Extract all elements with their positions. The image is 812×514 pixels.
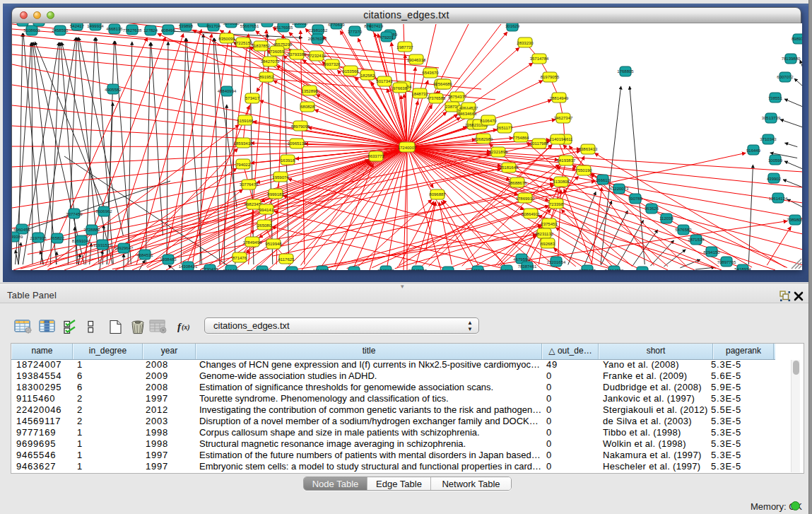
svg-text:8106470: 8106470	[480, 119, 497, 123]
svg-text:60864911: 60864911	[522, 212, 541, 216]
svg-text:5476583: 5476583	[675, 228, 692, 232]
svg-text:163918: 163918	[281, 158, 295, 163]
svg-text:14308421: 14308421	[179, 264, 198, 269]
svg-text:85345555: 85345555	[408, 269, 428, 270]
svg-text:1987737: 1987737	[396, 45, 413, 49]
svg-text:680828: 680828	[300, 105, 315, 109]
svg-text:7754864: 7754864	[512, 136, 529, 140]
svg-text:81979055: 81979055	[541, 75, 560, 79]
svg-text:736059: 736059	[270, 49, 285, 54]
svg-text:17240007: 17240007	[398, 146, 417, 150]
svg-text:63100814: 63100814	[313, 269, 332, 270]
svg-text:7089806: 7089806	[787, 218, 802, 222]
svg-text:2140194: 2140194	[549, 137, 566, 141]
svg-text:22201654: 22201654	[547, 260, 566, 264]
svg-text:6007072: 6007072	[777, 75, 794, 79]
svg-text:363626: 363626	[645, 206, 659, 211]
svg-text:3678638: 3678638	[223, 23, 240, 25]
svg-text:127824: 127824	[143, 28, 158, 33]
svg-text:5418934: 5418934	[734, 267, 751, 270]
svg-text:2564689: 2564689	[435, 82, 452, 86]
svg-text:7550190: 7550190	[575, 168, 592, 173]
svg-text:61220073: 61220073	[610, 187, 629, 191]
svg-text:549245: 549245	[471, 269, 486, 270]
svg-text:542417: 542417	[70, 24, 85, 28]
svg-text:5159166: 5159166	[237, 119, 254, 123]
svg-text:976638: 976638	[393, 86, 408, 90]
svg-text:738551: 738551	[768, 96, 783, 100]
svg-text:8350099: 8350099	[218, 37, 235, 41]
svg-text:891952: 891952	[259, 75, 274, 79]
svg-text:8633773: 8633773	[367, 154, 384, 158]
svg-text:2197935: 2197935	[30, 236, 47, 240]
svg-text:1959074: 1959074	[272, 175, 289, 180]
svg-text:308496: 308496	[161, 28, 176, 33]
svg-text:8096887: 8096887	[429, 192, 446, 197]
svg-text:407419: 407419	[369, 24, 384, 28]
svg-text:9937326: 9937326	[324, 62, 341, 66]
svg-text:1938483: 1938483	[160, 257, 177, 262]
svg-text:19046318: 19046318	[407, 58, 426, 62]
svg-text:30776478: 30776478	[240, 182, 259, 187]
svg-text:60929647: 60929647	[114, 246, 134, 250]
svg-text:692683: 692683	[541, 242, 555, 246]
svg-text:10965138: 10965138	[288, 141, 307, 146]
svg-text:83793389: 83793389	[288, 52, 307, 57]
svg-text:17869910: 17869910	[516, 197, 535, 201]
svg-text:35714784: 35714784	[530, 57, 549, 61]
svg-text:2458591: 2458591	[52, 28, 69, 33]
svg-text:4684531: 4684531	[136, 253, 153, 257]
svg-text:48840994: 48840994	[218, 89, 237, 93]
svg-text:994141: 994141	[259, 208, 274, 212]
svg-text:8999183: 8999183	[267, 192, 284, 197]
svg-text:4905582: 4905582	[105, 88, 122, 92]
svg-text:8606962: 8606962	[95, 209, 112, 214]
svg-text:3608513: 3608513	[259, 23, 276, 24]
svg-text:765822: 765822	[50, 236, 65, 240]
svg-text:590785: 590785	[628, 197, 643, 201]
svg-text:100599: 100599	[768, 158, 783, 163]
svg-text:98231132: 98231132	[535, 232, 554, 236]
svg-text:5017343: 5017343	[376, 79, 393, 83]
svg-text:51837852: 51837852	[252, 44, 271, 48]
svg-text:72682989: 72682989	[474, 137, 493, 141]
svg-text:265080: 265080	[257, 223, 272, 228]
svg-text:723398: 723398	[549, 202, 564, 206]
svg-text:1352896: 1352896	[301, 89, 318, 93]
svg-text:94214382: 94214382	[605, 269, 624, 270]
svg-text:38754377: 38754377	[448, 95, 467, 99]
svg-text:794022: 794022	[236, 163, 251, 167]
svg-text:34627347: 34627347	[554, 116, 573, 120]
svg-text:83863413: 83863413	[579, 147, 598, 151]
svg-text:2110460: 2110460	[223, 269, 240, 270]
svg-text:3710343: 3710343	[760, 137, 777, 141]
svg-text:301629: 301629	[505, 24, 520, 28]
svg-text:916449: 916449	[746, 148, 761, 153]
svg-text:573417: 573417	[245, 96, 260, 100]
svg-text:479201: 479201	[379, 35, 394, 40]
svg-text:86125617: 86125617	[253, 269, 272, 270]
svg-text:4668136: 4668136	[106, 27, 123, 31]
svg-text:377370: 377370	[348, 30, 363, 34]
svg-text:97225156: 97225156	[234, 41, 253, 45]
svg-text:20576383: 20576383	[308, 37, 327, 41]
svg-text:70897765: 70897765	[717, 260, 736, 264]
svg-text:112038: 112038	[659, 216, 673, 221]
svg-text:5108603: 5108603	[23, 28, 40, 33]
svg-text:898975: 898975	[792, 37, 802, 41]
svg-text:18593410: 18593410	[234, 141, 253, 146]
svg-text:78139880: 78139880	[782, 57, 801, 61]
svg-text:871476: 871476	[233, 256, 247, 260]
svg-text:5130808: 5130808	[553, 180, 570, 184]
svg-text:22981052: 22981052	[309, 28, 328, 33]
svg-text:38688676: 38688676	[508, 181, 527, 185]
svg-text:64193837: 64193837	[557, 158, 576, 163]
svg-text:1768805: 1768805	[617, 69, 634, 74]
svg-text:75181648: 75181648	[500, 165, 519, 170]
svg-text:81691040: 81691040	[72, 239, 91, 243]
svg-text:7730428: 7730428	[201, 267, 218, 270]
svg-text:78387461: 78387461	[518, 264, 537, 269]
svg-text:55667651: 55667651	[240, 24, 259, 28]
svg-text:17849494: 17849494	[243, 240, 262, 245]
svg-text:47376585: 47376585	[427, 96, 446, 100]
